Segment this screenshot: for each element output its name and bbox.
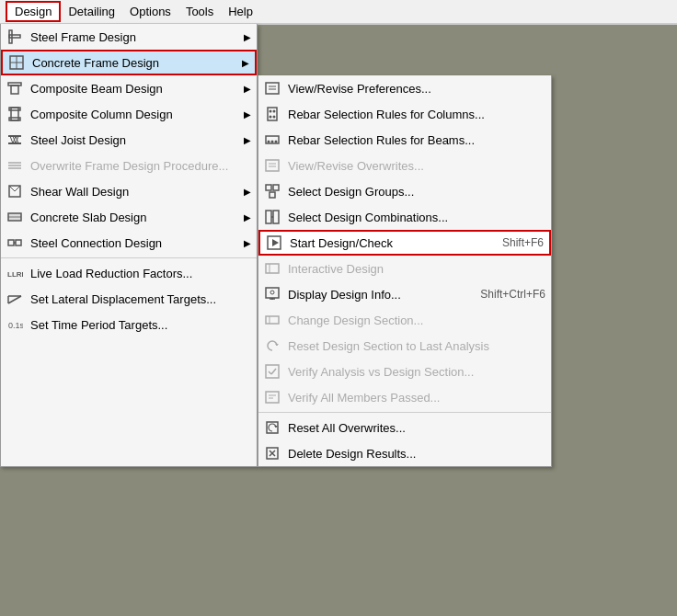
shear-wall-arrow: ▶ [244,187,251,197]
concrete-slab-icon [5,207,25,227]
menu-item-composite-column[interactable]: Composite Column Design ▶ [1,101,257,127]
groups-icon [262,181,282,201]
menu-item-live-load[interactable]: LLRF Live Load Reduction Factors... [1,260,257,286]
secondary-menu-divider-1 [258,412,551,413]
composite-column-label: Composite Column Design [30,108,236,121]
menu-tools[interactable]: Tools [178,3,221,20]
composite-column-icon [5,104,25,124]
menu-item-reset-section[interactable]: Reset Design Section to Last Analysis [258,333,551,359]
verify-members-label: Verify All Members Passed... [288,391,545,405]
svg-rect-25 [8,240,14,245]
verify-members-icon [262,387,282,407]
svg-rect-36 [268,108,277,120]
interactive-label: Interactive Design [288,262,545,276]
reset-overwrites-label: Reset All Overwrites... [288,421,545,435]
menubar-items: Design Detailing Options Tools Help [0,0,677,24]
reset-section-label: Reset Design Section to Last Analysis [288,339,545,353]
menu-item-shear-wall[interactable]: Shear Wall Design ▶ [1,178,257,204]
menu-item-overwrite-frame[interactable]: Overwrite Frame Design Procedure... [1,153,257,178]
delete-results-icon [262,443,282,463]
svg-rect-51 [266,211,271,223]
svg-rect-52 [273,211,279,223]
dropdown-container: Steel Frame Design ▶ Concrete Frame Desi… [0,24,552,467]
menu-item-concrete-slab[interactable]: Concrete Slab Design ▶ [1,204,257,230]
menu-item-concrete-frame[interactable]: Concrete Frame Design ▶ [1,50,257,75]
menu-detailing[interactable]: Detailing [61,3,122,20]
change-section-label: Change Design Section... [288,314,545,327]
secondary-menu: View/Revise Preferences... Rebar Selecti… [258,75,552,467]
svg-point-38 [273,110,276,113]
menu-item-select-combos[interactable]: Select Design Combinations... [258,204,551,230]
overwrite-frame-label: Overwrite Frame Design Procedure... [30,159,251,173]
svg-rect-6 [11,86,18,94]
menu-item-select-groups[interactable]: Select Design Groups... [258,178,551,204]
shear-wall-icon [5,181,25,201]
menu-design[interactable]: Design [6,1,61,22]
composite-beam-icon [5,78,25,98]
menu-item-reset-overwrites[interactable]: Reset All Overwrites... [258,415,551,440]
interactive-icon [262,258,282,279]
svg-text:LLRF: LLRF [7,270,23,279]
overwrite-icon [5,155,25,176]
menu-item-rebar-beams[interactable]: Rebar Selection Rules for Beams... [258,127,551,153]
menu-item-view-overwrites[interactable]: View/Revise Overwrites... [258,153,551,178]
shear-wall-label: Shear Wall Design [30,185,236,199]
svg-text:0.1s: 0.1s [8,321,23,330]
steel-frame-icon [5,27,25,47]
concrete-frame-label: Concrete Frame Design [32,56,235,70]
svg-line-12 [10,136,13,143]
menu-item-steel-joist[interactable]: Steel Joist Design ▶ [1,127,257,153]
verify-analysis-label: Verify Analysis vs Design Section... [288,365,545,379]
menu-item-steel-frame[interactable]: Steel Frame Design ▶ [1,24,257,50]
menu-item-steel-connection[interactable]: Steel Connection Design ▶ [1,230,257,256]
svg-rect-49 [273,185,279,190]
steel-frame-label: Steel Frame Design [30,30,236,44]
svg-rect-65 [266,365,279,378]
menu-item-view-prefs[interactable]: View/Revise Preferences... [258,75,551,101]
svg-rect-68 [266,392,279,403]
lateral-icon [5,289,25,309]
menu-item-interactive[interactable]: Interactive Design [258,256,551,281]
combos-icon [262,207,282,227]
composite-beam-label: Composite Beam Design [30,82,236,96]
lateral-disp-label: Set Lateral Displacement Targets... [30,292,251,306]
menu-help[interactable]: Help [221,3,260,20]
menu-options[interactable]: Options [122,3,178,20]
steel-joist-arrow: ▶ [244,135,251,145]
steel-joist-label: Steel Joist Design [30,133,236,147]
svg-rect-7 [11,108,18,120]
svg-rect-33 [266,83,279,94]
verify-analysis-icon [262,361,282,382]
rebar-col-icon [262,104,282,124]
prefs-icon [262,78,282,98]
display-icon [262,284,282,304]
menu-item-time-period[interactable]: 0.1s Set Time Period Targets... [1,312,257,337]
svg-line-29 [8,296,21,303]
display-info-shortcut: Shift+Ctrl+F6 [462,288,545,301]
live-load-icon: LLRF [5,263,25,283]
view-prefs-label: View/Revise Preferences... [288,82,545,96]
svg-marker-55 [272,239,279,246]
menu-item-delete-results[interactable]: Delete Design Results... [258,440,551,466]
time-period-icon: 0.1s [5,314,25,335]
select-groups-label: Select Design Groups... [288,185,545,199]
menu-item-verify-members[interactable]: Verify All Members Passed... [258,384,551,410]
svg-line-67 [271,369,276,374]
overwrites-icon [262,155,282,176]
menu-item-lateral-disp[interactable]: Set Lateral Displacement Targets... [1,286,257,312]
svg-rect-62 [266,316,279,324]
menu-item-verify-analysis[interactable]: Verify Analysis vs Design Section... [258,359,551,384]
menu-item-composite-beam[interactable]: Composite Beam Design ▶ [1,75,257,101]
reset-section-icon [262,336,282,356]
svg-point-59 [270,291,274,294]
reset-overwrites-icon [262,417,282,438]
menu-item-display-info[interactable]: Display Design Info... Shift+Ctrl+F6 [258,281,551,307]
svg-rect-1 [9,35,20,38]
svg-line-21 [9,186,15,191]
select-combos-label: Select Design Combinations... [288,211,545,224]
menu-item-start-design[interactable]: Start Design/Check Shift+F6 [258,230,551,256]
time-period-label: Set Time Period Targets... [30,318,251,332]
menu-item-rebar-columns[interactable]: Rebar Selection Rules for Columns... [258,101,551,127]
menu-item-change-section[interactable]: Change Design Section... [258,307,551,333]
start-design-label: Start Design/Check [290,236,484,250]
